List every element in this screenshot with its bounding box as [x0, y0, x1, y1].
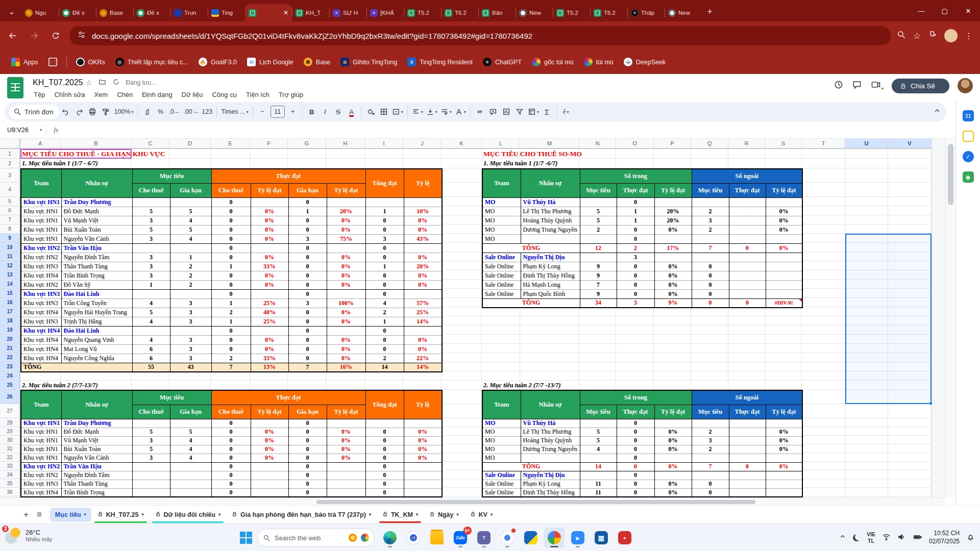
cell[interactable]: 0: [211, 326, 251, 335]
column-header-U[interactable]: U: [845, 139, 888, 149]
cell[interactable]: [729, 289, 766, 298]
cell[interactable]: 9: [580, 271, 617, 280]
volume-icon[interactable]: [897, 533, 906, 543]
row-header-33[interactable]: 33: [0, 462, 20, 470]
cell[interactable]: 2: [617, 243, 654, 253]
cell[interactable]: Nguyễn Đình Tâm: [61, 471, 132, 480]
cell[interactable]: Khu vực HN1: [21, 197, 61, 207]
vertical-scrollbar[interactable]: [945, 139, 955, 497]
vertical-scrollbar-thumb[interactable]: [948, 144, 953, 205]
cell[interactable]: 0: [211, 454, 251, 462]
cell[interactable]: [766, 253, 802, 262]
column-header-N[interactable]: N: [579, 139, 616, 149]
cell[interactable]: 0%: [251, 234, 288, 243]
cell[interactable]: Dương Trung Nguyên: [521, 445, 580, 454]
sheet-tab-kv[interactable]: KV▾: [465, 508, 498, 522]
cell[interactable]: 0: [617, 428, 654, 436]
cell[interactable]: [729, 197, 766, 207]
cell[interactable]: [404, 197, 442, 207]
cell[interactable]: [327, 488, 365, 497]
column-header-P[interactable]: P: [654, 139, 691, 149]
cell[interactable]: 0%: [251, 344, 288, 354]
cell[interactable]: [766, 262, 802, 271]
cell[interactable]: 1: [211, 317, 251, 326]
account-avatar[interactable]: [958, 78, 973, 93]
cell[interactable]: [170, 289, 211, 298]
merge-cells-button[interactable]: ▾: [390, 105, 405, 119]
cell[interactable]: Khu vực HN4: [21, 344, 61, 354]
cell[interactable]: 4: [132, 317, 170, 326]
cell[interactable]: Sale Online: [482, 271, 521, 280]
browser-tab[interactable]: T6.2: [590, 4, 627, 21]
cell[interactable]: [404, 419, 442, 428]
cell[interactable]: Nguyễn Đình Tâm: [61, 253, 132, 262]
cell[interactable]: MO: [482, 445, 521, 454]
font-size-input[interactable]: 11: [269, 105, 286, 119]
cell[interactable]: 0%: [654, 262, 692, 271]
cell[interactable]: 9: [580, 289, 617, 298]
row-header-36[interactable]: 36: [0, 488, 20, 496]
cell[interactable]: 1: [211, 298, 251, 308]
filter-views-button[interactable]: ▾: [526, 105, 541, 119]
cell[interactable]: 0: [365, 488, 404, 497]
row-header-31[interactable]: 31: [0, 444, 20, 453]
cell[interactable]: Khu vực HN3: [21, 480, 61, 488]
folder-app-icon[interactable]: [427, 528, 447, 548]
cell[interactable]: 20%: [654, 207, 692, 216]
cell[interactable]: 3: [170, 335, 211, 344]
cell[interactable]: 0%: [251, 253, 288, 262]
cell[interactable]: [404, 480, 442, 488]
cell[interactable]: 0: [211, 471, 251, 480]
cell[interactable]: 2: [365, 354, 404, 363]
bookmark-item[interactable]: Lịch Google: [243, 55, 298, 69]
cell[interactable]: [170, 488, 211, 497]
row-header-23[interactable]: 23: [0, 362, 20, 371]
cell[interactable]: 0: [211, 462, 251, 471]
share-caret-icon[interactable]: ▾: [939, 84, 941, 88]
cell[interactable]: 0%: [404, 280, 442, 289]
cell[interactable]: 0%: [251, 280, 288, 289]
more-formats-button[interactable]: 123: [200, 105, 214, 119]
row-header-10[interactable]: 10: [0, 243, 20, 252]
cell[interactable]: 0%: [404, 253, 442, 262]
cell[interactable]: MO: [482, 454, 521, 462]
cell[interactable]: 40%: [251, 308, 288, 317]
row-header-21[interactable]: 21: [0, 344, 20, 353]
browser-tab[interactable]: KH_T: [292, 4, 329, 21]
cell[interactable]: [692, 197, 729, 207]
cell[interactable]: 3: [132, 454, 170, 462]
cell[interactable]: [327, 243, 365, 253]
cell[interactable]: 0: [211, 253, 251, 262]
move-folder-icon[interactable]: [99, 78, 106, 87]
cell[interactable]: 20%: [404, 262, 442, 271]
row-header-26[interactable]: 26: [0, 390, 20, 404]
cell[interactable]: MO: [482, 225, 521, 234]
row-header-15[interactable]: 15: [0, 289, 20, 298]
cell[interactable]: 33%: [251, 354, 288, 363]
browser-tab[interactable]: T5.2: [553, 4, 590, 21]
cell[interactable]: 3: [170, 298, 211, 308]
cell[interactable]: Trần Văn Hậu: [61, 243, 132, 253]
cell[interactable]: 5: [170, 207, 211, 216]
cell[interactable]: MO: [482, 428, 521, 436]
bookmark-item[interactable]: DeepSeek: [620, 55, 670, 69]
cell[interactable]: 0: [365, 445, 404, 454]
cell[interactable]: 5: [580, 216, 617, 225]
menu-trợ-giúp[interactable]: Trợ giúp: [275, 90, 308, 99]
cell[interactable]: [654, 471, 692, 480]
cell[interactable]: Khu vực HN2: [21, 462, 61, 471]
cell[interactable]: 0%: [766, 428, 802, 436]
cell[interactable]: 0: [288, 428, 327, 436]
cell[interactable]: 0%: [327, 454, 365, 462]
focus-assist-icon[interactable]: [853, 534, 860, 541]
url-input[interactable]: docs.google.com/spreadsheets/d/1YQSqtFGb…: [69, 26, 891, 45]
cell[interactable]: 0: [617, 234, 654, 243]
cell[interactable]: 0: [211, 488, 251, 497]
browser-tab[interactable]: SỰ H: [329, 4, 366, 21]
browser-tab[interactable]: Tháp: [627, 4, 665, 21]
bookmark-item[interactable]: Gihito TingTong: [336, 55, 401, 69]
cell[interactable]: 25%: [251, 317, 288, 326]
cell[interactable]: 5: [580, 207, 617, 216]
increase-decimal-button[interactable]: .00→: [182, 105, 200, 119]
cell[interactable]: 20%: [654, 216, 692, 225]
